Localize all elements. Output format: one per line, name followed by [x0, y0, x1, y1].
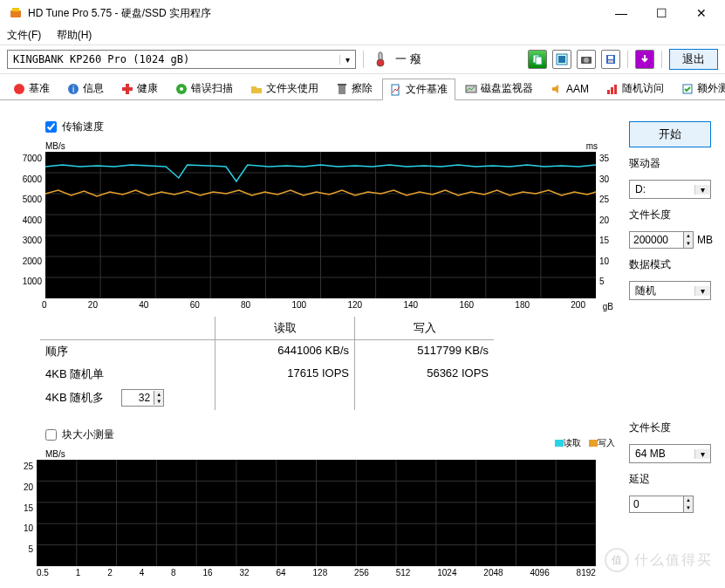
spin-down-icon[interactable]: ▼	[684, 504, 693, 512]
tab-errorscan[interactable]: 错误扫描	[168, 78, 241, 99]
blocksize-checkbox[interactable]	[45, 429, 57, 441]
svg-rect-0	[10, 10, 21, 17]
svg-rect-5	[536, 57, 542, 65]
svg-point-20	[180, 87, 183, 91]
minimize-button[interactable]: —	[601, 0, 641, 26]
4k-multi-write	[354, 386, 494, 410]
title-bar: HD Tune Pro 5.75 - 硬盘/SSD 实用程序 — ☐ ✕	[0, 0, 725, 26]
side-delay-label: 延迟	[629, 472, 711, 487]
side-mode-label: 数据模式	[629, 257, 711, 272]
content-area: 传输速度 MB/s ms 700060005000400030002000100…	[0, 100, 725, 586]
threads-value[interactable]	[122, 392, 154, 404]
chart2-y-unit: MB/s	[45, 449, 65, 459]
tab-folder-usage[interactable]: 文件夹使用	[243, 78, 326, 99]
start-button[interactable]: 开始	[629, 121, 711, 147]
svg-rect-12	[608, 60, 613, 63]
row-4k-single-label: 4KB 随机单	[40, 363, 215, 386]
drive-select-value: KINGBANK KP260 Pro (1024 gB)	[8, 53, 339, 65]
svg-rect-21	[339, 85, 345, 94]
chevron-down-icon[interactable]: ▾	[339, 55, 355, 65]
tab-info[interactable]: i信息	[59, 78, 112, 99]
tab-extra[interactable]: 额外测试	[674, 78, 725, 99]
temperature-label: 一 癈	[395, 51, 421, 67]
write-header: 写入	[354, 317, 494, 340]
svg-rect-25	[607, 90, 610, 94]
copy-icon[interactable]	[528, 50, 547, 69]
top-toolbar: KINGBANK KP260 Pro (1024 gB) ▾ 一 癈 退出	[0, 44, 725, 74]
spin-up-icon[interactable]: ▲	[684, 232, 693, 240]
tab-file-benchmark[interactable]: 文件基准	[382, 79, 455, 100]
svg-point-3	[377, 59, 384, 66]
blocksize-chart: MB/s 读取 写入 252015105 0.51248163264128256…	[14, 449, 617, 578]
4k-single-read: 17615 IOPS	[215, 363, 354, 386]
svg-rect-24	[466, 85, 476, 92]
chart1-y-unit: MB/s	[45, 141, 65, 151]
thermometer-icon	[371, 50, 390, 69]
chevron-down-icon: ▾	[694, 185, 710, 195]
download-icon[interactable]	[635, 50, 654, 69]
transfer-speed-checkbox[interactable]	[45, 121, 57, 133]
chart1-x-unit: gB	[603, 302, 613, 311]
sequential-read: 6441006 KB/s	[215, 340, 354, 363]
transfer-speed-label: 传输速度	[62, 120, 104, 134]
exit-button[interactable]: 退出	[669, 49, 718, 70]
save-icon[interactable]	[601, 50, 620, 69]
menu-help[interactable]: 帮助(H)	[57, 29, 92, 41]
tab-erase[interactable]: 擦除	[328, 78, 380, 99]
spin-up-icon[interactable]: ▲	[154, 391, 163, 398]
read-header: 读取	[215, 317, 354, 340]
svg-rect-18	[122, 87, 133, 91]
tab-benchmark[interactable]: 基准	[5, 78, 58, 99]
camera-icon[interactable]	[577, 50, 596, 69]
spin-up-icon[interactable]: ▲	[684, 496, 693, 504]
results-table: 读取 写入 顺序 6441006 KB/s 5117799 KB/s 4KB 随…	[40, 317, 617, 410]
tab-bar: 基准 i信息 健康 错误扫描 文件夹使用 擦除 文件基准 磁盘监视器 AAM 随…	[0, 74, 725, 100]
blocksize-plot	[37, 460, 596, 566]
svg-rect-26	[611, 87, 613, 94]
row-sequential-label: 顺序	[40, 340, 215, 363]
spin-down-icon[interactable]: ▼	[154, 398, 163, 405]
side-delay-input[interactable]	[629, 496, 683, 513]
svg-rect-27	[614, 85, 617, 94]
transfer-chart: MB/s ms 7000600050004000300020001000 353…	[14, 141, 617, 310]
menu-bar: 文件(F) 帮助(H)	[0, 26, 725, 44]
svg-text:i: i	[72, 85, 74, 94]
side-panel: 开始 驱动器 D:▾ 文件长度 ▲▼ MB 数据模式 随机▾ 文件长度 64 M…	[629, 120, 711, 578]
chevron-down-icon: ▾	[694, 449, 710, 459]
blocksize-label: 块大小测量	[62, 427, 114, 442]
tab-health[interactable]: 健康	[113, 78, 166, 99]
side-drive-label: 驱动器	[629, 156, 711, 171]
svg-rect-22	[338, 84, 346, 85]
maximize-button[interactable]: ☐	[641, 0, 681, 26]
close-button[interactable]: ✕	[681, 0, 722, 26]
side-filelen2-label: 文件长度	[629, 420, 711, 435]
threads-spinner[interactable]: ▲▼	[121, 389, 164, 407]
tab-disk-monitor[interactable]: 磁盘监视器	[457, 78, 541, 99]
4k-multi-read	[215, 386, 354, 410]
side-mode-select[interactable]: 随机▾	[629, 281, 711, 300]
side-filelen1-input[interactable]	[629, 231, 683, 249]
side-filelen1-label: 文件长度	[629, 208, 711, 222]
svg-rect-1	[12, 8, 19, 11]
chart2-legend: 读取 写入	[550, 437, 615, 449]
menu-file[interactable]: 文件(F)	[7, 29, 41, 41]
sequential-write: 5117799 KB/s	[354, 340, 494, 363]
tab-random-access[interactable]: 随机访问	[598, 78, 672, 99]
side-filelen2-select[interactable]: 64 MB▾	[629, 444, 711, 463]
drive-select[interactable]: KINGBANK KP260 Pro (1024 gB) ▾	[7, 50, 356, 69]
tab-aam[interactable]: AAM	[543, 78, 597, 99]
side-drive-select[interactable]: D:▾	[629, 180, 711, 199]
spin-down-icon[interactable]: ▼	[684, 240, 693, 248]
svg-point-9	[584, 58, 589, 63]
4k-single-write: 56362 IOPS	[354, 363, 494, 386]
chevron-down-icon: ▾	[694, 286, 710, 296]
chart1-y2-unit: ms	[586, 141, 598, 151]
app-icon	[9, 6, 23, 20]
svg-rect-11	[608, 56, 613, 59]
transfer-plot	[45, 152, 596, 298]
window-title: HD Tune Pro 5.75 - 硬盘/SSD 实用程序	[28, 6, 601, 21]
row-4k-multi-label: 4KB 随机多 ▲▼	[40, 386, 215, 410]
svg-point-14	[14, 84, 24, 94]
svg-rect-7	[558, 56, 565, 63]
screenshot-icon[interactable]	[552, 50, 571, 69]
